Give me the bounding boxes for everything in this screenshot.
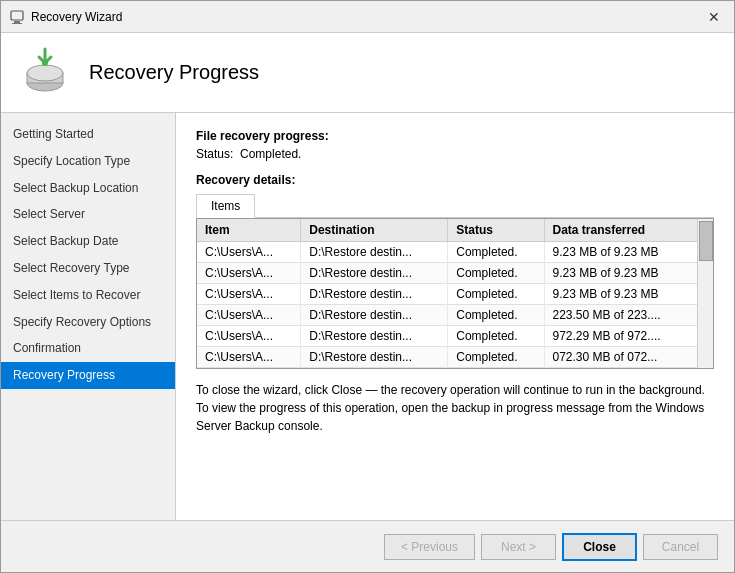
cell-status: Completed. [448, 242, 544, 263]
recovery-wizard-window: Recovery Wizard ✕ Recovery Progress Gett… [0, 0, 735, 573]
status-label: Status: [196, 147, 233, 161]
recovery-table-wrapper: ItemDestinationStatusData transferred C:… [196, 218, 714, 369]
previous-button[interactable]: < Previous [384, 534, 475, 560]
table-row: C:\Users\A...D:\Restore destin...Complet… [197, 326, 697, 347]
table-row: C:\Users\A...D:\Restore destin...Complet… [197, 347, 697, 368]
table-row: C:\Users\A...D:\Restore destin...Complet… [197, 242, 697, 263]
status-value: Completed. [240, 147, 301, 161]
svg-rect-0 [11, 11, 23, 20]
title-bar-label: Recovery Wizard [31, 10, 702, 24]
sidebar-item-specify-location-type[interactable]: Specify Location Type [1, 148, 175, 175]
cell-item: C:\Users\A... [197, 305, 301, 326]
table-row: C:\Users\A...D:\Restore destin...Complet… [197, 263, 697, 284]
cell-destination: D:\Restore destin... [301, 242, 448, 263]
next-button[interactable]: Next > [481, 534, 556, 560]
cell-data: 9.23 MB of 9.23 MB [544, 263, 697, 284]
table-col-destination: Destination [301, 219, 448, 242]
svg-rect-1 [14, 21, 20, 23]
info-text: To close the wizard, click Close — the r… [196, 381, 714, 435]
sidebar-item-select-items-to-recover[interactable]: Select Items to Recover [1, 282, 175, 309]
close-button[interactable]: Close [562, 533, 637, 561]
svg-rect-2 [12, 23, 22, 24]
recovery-table: ItemDestinationStatusData transferred C:… [197, 219, 697, 368]
cell-destination: D:\Restore destin... [301, 326, 448, 347]
sidebar-item-select-server[interactable]: Select Server [1, 201, 175, 228]
scrollbar-thumb[interactable] [699, 221, 713, 261]
cell-status: Completed. [448, 326, 544, 347]
header-icon [17, 45, 73, 101]
cell-data: 972.29 MB of 972.... [544, 326, 697, 347]
cell-item: C:\Users\A... [197, 242, 301, 263]
cell-destination: D:\Restore destin... [301, 263, 448, 284]
cell-item: C:\Users\A... [197, 347, 301, 368]
content-area: File recovery progress: Status: Complete… [176, 113, 734, 520]
cell-destination: D:\Restore destin... [301, 305, 448, 326]
table-row: C:\Users\A...D:\Restore destin...Complet… [197, 305, 697, 326]
app-icon [9, 9, 25, 25]
cell-data: 072.30 MB of 072... [544, 347, 697, 368]
cancel-button[interactable]: Cancel [643, 534, 718, 560]
cell-status: Completed. [448, 347, 544, 368]
tab-items[interactable]: Items [196, 194, 255, 218]
table-body: C:\Users\A...D:\Restore destin...Complet… [197, 242, 697, 368]
cell-destination: D:\Restore destin... [301, 284, 448, 305]
page-title: Recovery Progress [89, 61, 259, 84]
footer: < Previous Next > Close Cancel [1, 520, 734, 572]
svg-point-6 [42, 60, 48, 66]
cell-item: C:\Users\A... [197, 326, 301, 347]
sidebar-item-confirmation[interactable]: Confirmation [1, 335, 175, 362]
table-col-status: Status [448, 219, 544, 242]
table-row: C:\Users\A...D:\Restore destin...Complet… [197, 284, 697, 305]
cell-data: 223.50 MB of 223.... [544, 305, 697, 326]
cell-status: Completed. [448, 284, 544, 305]
file-recovery-label: File recovery progress: [196, 129, 714, 143]
tab-bar: Items [196, 193, 714, 218]
scrollbar[interactable] [697, 219, 713, 368]
title-bar: Recovery Wizard ✕ [1, 1, 734, 33]
sidebar-item-recovery-progress[interactable]: Recovery Progress [1, 362, 175, 389]
cell-item: C:\Users\A... [197, 284, 301, 305]
sidebar-item-select-backup-date[interactable]: Select Backup Date [1, 228, 175, 255]
status-line: Status: Completed. [196, 147, 714, 161]
cell-destination: D:\Restore destin... [301, 347, 448, 368]
cell-status: Completed. [448, 305, 544, 326]
sidebar-item-select-recovery-type[interactable]: Select Recovery Type [1, 255, 175, 282]
wizard-header: Recovery Progress [1, 33, 734, 113]
main-area: Getting StartedSpecify Location TypeSele… [1, 113, 734, 520]
recovery-details-label: Recovery details: [196, 173, 714, 187]
close-window-button[interactable]: ✕ [702, 7, 726, 27]
sidebar-item-getting-started[interactable]: Getting Started [1, 121, 175, 148]
cell-status: Completed. [448, 263, 544, 284]
sidebar-item-specify-recovery-options[interactable]: Specify Recovery Options [1, 309, 175, 336]
cell-data: 9.23 MB of 9.23 MB [544, 284, 697, 305]
table-col-item: Item [197, 219, 301, 242]
cell-item: C:\Users\A... [197, 263, 301, 284]
sidebar-item-select-backup-location[interactable]: Select Backup Location [1, 175, 175, 202]
table-header-row: ItemDestinationStatusData transferred [197, 219, 697, 242]
table-col-data-transferred: Data transferred [544, 219, 697, 242]
cell-data: 9.23 MB of 9.23 MB [544, 242, 697, 263]
sidebar: Getting StartedSpecify Location TypeSele… [1, 113, 176, 520]
svg-point-5 [27, 65, 63, 81]
